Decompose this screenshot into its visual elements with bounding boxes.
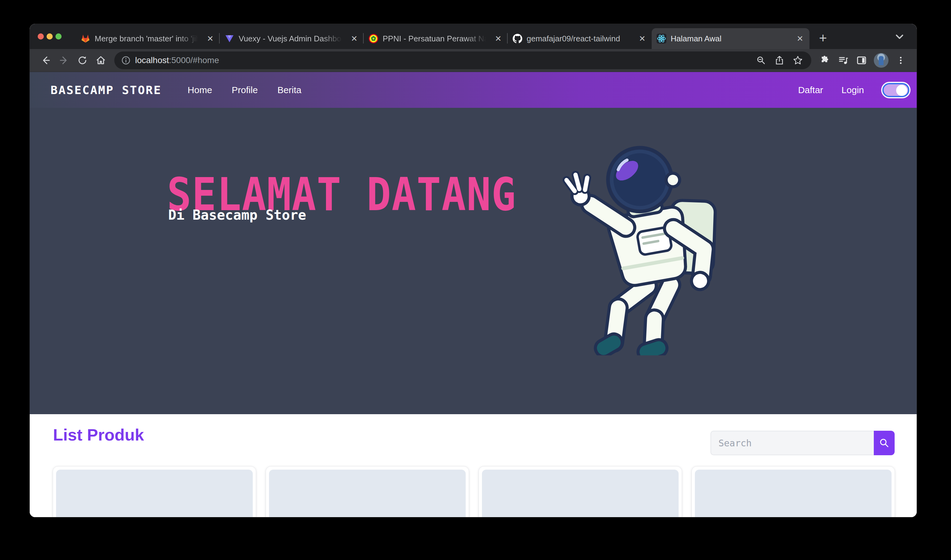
tab-halaman-awal-active[interactable]: Halaman Awal ✕ <box>652 28 809 49</box>
bookmark-star-icon[interactable] <box>789 51 807 69</box>
toggle-knob <box>896 85 907 96</box>
products-heading: List Produk <box>53 425 144 444</box>
product-card[interactable] <box>53 466 256 517</box>
ppni-icon <box>369 34 379 43</box>
products-section: List Produk <box>30 414 917 517</box>
product-card[interactable] <box>479 466 682 517</box>
astronaut-illustration <box>548 141 751 355</box>
search-input[interactable] <box>711 431 874 455</box>
address-bar[interactable]: localhost:5000/#home <box>114 51 811 69</box>
close-window-button[interactable] <box>38 33 44 40</box>
nav-link-daftar[interactable]: Daftar <box>798 85 823 95</box>
product-search <box>711 431 895 455</box>
nav-actions: Daftar Login <box>798 83 909 97</box>
zoom-window-button[interactable] <box>55 33 62 40</box>
macos-traffic-lights <box>30 24 76 49</box>
browser-toolbar: localhost:5000/#home <box>30 49 917 72</box>
minimize-window-button[interactable] <box>46 33 53 40</box>
tab-close-icon[interactable]: ✕ <box>637 34 647 43</box>
media-playlist-icon[interactable] <box>834 51 853 69</box>
home-button[interactable] <box>92 51 110 69</box>
tab-close-icon[interactable]: ✕ <box>349 34 359 43</box>
search-button[interactable] <box>874 431 895 455</box>
tab-gitlab-merge-branch[interactable]: Merge branch 'master' into 'jih ✕ <box>76 28 220 49</box>
theme-toggle-switch[interactable] <box>882 83 909 97</box>
tab-title: gemafajar09/react-tailwind <box>527 34 633 43</box>
react-icon <box>657 34 666 43</box>
side-panel-icon[interactable] <box>853 51 871 69</box>
product-card[interactable] <box>692 466 895 517</box>
product-card[interactable] <box>266 466 469 517</box>
tab-ppni[interactable]: PPNI - Persatuan Perawat Nasi ✕ <box>364 28 508 49</box>
nav-link-berita[interactable]: Berita <box>277 85 301 95</box>
product-image-placeholder <box>695 470 891 517</box>
tab-title: Merge branch 'master' into 'jih <box>95 34 201 43</box>
tab-title: PPNI - Persatuan Perawat Nasi <box>383 34 489 43</box>
brand-logo[interactable]: BASECAMP STORE <box>51 83 162 97</box>
webpage: BASECAMP STORE Home Profile Berita Dafta… <box>30 72 917 517</box>
share-icon[interactable] <box>770 51 789 69</box>
tab-vuexy-dashboard[interactable]: Vuexy - Vuejs Admin Dashboar ✕ <box>220 28 364 49</box>
nav-link-profile[interactable]: Profile <box>232 85 258 95</box>
zoom-out-icon[interactable] <box>752 51 770 69</box>
vuexy-icon <box>225 34 234 43</box>
browser-window: Merge branch 'master' into 'jih ✕ Vuexy … <box>30 24 917 517</box>
gitlab-icon <box>81 34 90 43</box>
product-card-grid <box>53 466 895 517</box>
tab-close-icon[interactable]: ✕ <box>796 34 805 43</box>
tab-title: Halaman Awal <box>671 34 791 43</box>
hero-subtitle: Di Basecamp Store <box>168 207 306 223</box>
tab-close-icon[interactable]: ✕ <box>494 34 503 43</box>
browser-menu-kebab-icon[interactable] <box>891 51 910 69</box>
profile-avatar[interactable] <box>874 53 888 68</box>
github-icon <box>512 34 522 43</box>
url-text: localhost:5000/#home <box>135 55 219 65</box>
product-image-placeholder <box>269 470 466 517</box>
product-image-placeholder <box>56 470 253 517</box>
extensions-puzzle-icon[interactable] <box>816 51 834 69</box>
forward-button[interactable] <box>55 51 73 69</box>
nav-links: Home Profile Berita <box>188 85 301 95</box>
site-info-icon[interactable] <box>121 55 131 65</box>
hero-section: SELAMAT DATANG Di Basecamp Store <box>30 108 917 414</box>
tab-search-chevron-icon[interactable] <box>894 33 905 40</box>
tab-title: Vuexy - Vuejs Admin Dashboar <box>239 34 345 43</box>
tab-close-icon[interactable]: ✕ <box>206 34 215 43</box>
nav-link-home[interactable]: Home <box>188 85 212 95</box>
tab-github-repo[interactable]: gemafajar09/react-tailwind ✕ <box>508 28 652 49</box>
url-path: :5000/#home <box>169 55 219 65</box>
nav-link-login[interactable]: Login <box>842 85 864 95</box>
search-icon <box>879 438 889 448</box>
tab-strip: Merge branch 'master' into 'jih ✕ Vuexy … <box>30 24 917 49</box>
site-navbar: BASECAMP STORE Home Profile Berita Dafta… <box>30 72 917 108</box>
reload-button[interactable] <box>73 51 92 69</box>
new-tab-button[interactable]: + <box>816 31 830 46</box>
back-button[interactable] <box>37 51 55 69</box>
product-image-placeholder <box>482 470 679 517</box>
url-host: localhost <box>135 55 169 65</box>
